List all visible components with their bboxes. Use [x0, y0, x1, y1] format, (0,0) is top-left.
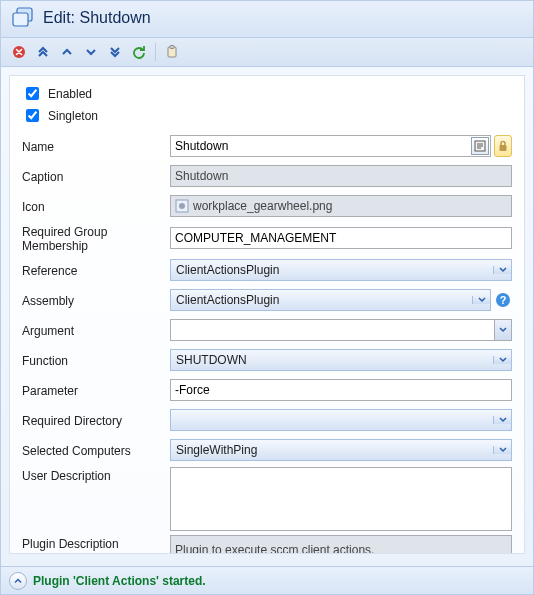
- enabled-checkbox[interactable]: [26, 87, 39, 100]
- close-button[interactable]: [9, 42, 29, 62]
- user-description-label: User Description: [22, 467, 164, 483]
- chevron-down-icon: [84, 45, 98, 59]
- selected-computers-value: SingleWithPing: [171, 443, 493, 457]
- chevron-down-icon: [493, 266, 511, 274]
- parameter-label: Parameter: [22, 382, 164, 398]
- window-stack-icon: [11, 7, 35, 29]
- double-chevron-down-icon: [108, 45, 122, 59]
- caption-label: Caption: [22, 168, 164, 184]
- selected-computers-label: Selected Computers: [22, 442, 164, 458]
- assembly-help-button[interactable]: ?: [494, 289, 512, 311]
- refresh-button[interactable]: [129, 42, 149, 62]
- required-group-input[interactable]: [170, 227, 512, 249]
- name-picker-button[interactable]: [471, 137, 489, 155]
- move-top-button[interactable]: [33, 42, 53, 62]
- name-label: Name: [22, 138, 164, 154]
- caption-field: Shutdown: [170, 165, 512, 187]
- enabled-row: Enabled: [22, 84, 512, 103]
- svg-rect-4: [170, 46, 174, 49]
- form-panel: Enabled Singleton Name: [9, 75, 525, 554]
- plugin-description-field: Plugin to execute sccm client actions. V…: [170, 535, 512, 554]
- plugin-description-label: Plugin Description: [22, 535, 164, 551]
- chevron-down-icon: [493, 446, 511, 454]
- function-dropdown[interactable]: SHUTDOWN: [170, 349, 512, 371]
- icon-label: Icon: [22, 198, 164, 214]
- argument-label: Argument: [22, 322, 164, 338]
- toolbar: [1, 38, 533, 67]
- assembly-label: Assembly: [22, 292, 164, 308]
- selected-computers-dropdown[interactable]: SingleWithPing: [170, 439, 512, 461]
- close-icon: [12, 45, 26, 59]
- title-bar: Edit: Shutdown: [1, 1, 533, 38]
- argument-dropdown-button[interactable]: [494, 319, 512, 341]
- move-up-button[interactable]: [57, 42, 77, 62]
- status-text: Plugin 'Client Actions' started.: [33, 574, 206, 588]
- script-icon: [474, 140, 486, 152]
- chevron-up-icon: [13, 576, 23, 586]
- singleton-checkbox[interactable]: [26, 109, 39, 122]
- svg-point-8: [179, 203, 185, 209]
- required-group-label: Required Group Membership: [22, 223, 164, 253]
- move-down-button[interactable]: [81, 42, 101, 62]
- chevron-up-icon: [60, 45, 74, 59]
- gear-file-icon: [175, 199, 189, 213]
- name-input[interactable]: [170, 135, 491, 157]
- required-directory-label: Required Directory: [22, 412, 164, 428]
- help-icon: ?: [495, 292, 511, 308]
- expand-status-button[interactable]: [9, 572, 27, 590]
- double-chevron-up-icon: [36, 45, 50, 59]
- function-value: SHUTDOWN: [171, 353, 493, 367]
- name-lock-button[interactable]: [494, 135, 512, 157]
- svg-rect-6: [500, 145, 507, 151]
- argument-input[interactable]: [170, 319, 494, 341]
- status-bar: Plugin 'Client Actions' started.: [1, 566, 533, 594]
- singleton-row: Singleton: [22, 106, 512, 125]
- assembly-dropdown[interactable]: ClientActionsPlugin: [170, 289, 491, 311]
- icon-filename: workplace_gearwheel.png: [193, 199, 332, 213]
- required-directory-dropdown[interactable]: [170, 409, 512, 431]
- chevron-down-icon: [493, 356, 511, 364]
- icon-field[interactable]: workplace_gearwheel.png: [170, 195, 512, 217]
- clipboard-button[interactable]: [162, 42, 182, 62]
- reference-value: ClientActionsPlugin: [171, 263, 493, 277]
- chevron-down-icon: [499, 326, 507, 334]
- assembly-value: ClientActionsPlugin: [171, 293, 472, 307]
- chevron-down-icon: [493, 416, 511, 424]
- lock-icon: [497, 140, 509, 152]
- reference-label: Reference: [22, 262, 164, 278]
- reference-dropdown[interactable]: ClientActionsPlugin: [170, 259, 512, 281]
- chevron-down-icon: [472, 296, 490, 304]
- toolbar-separator: [155, 43, 156, 61]
- parameter-input[interactable]: [170, 379, 512, 401]
- user-description-input[interactable]: [170, 467, 512, 531]
- refresh-icon: [132, 45, 146, 59]
- move-bottom-button[interactable]: [105, 42, 125, 62]
- window: Edit: Shutdown: [0, 0, 534, 595]
- function-label: Function: [22, 352, 164, 368]
- singleton-label: Singleton: [48, 109, 98, 123]
- enabled-label: Enabled: [48, 87, 92, 101]
- svg-rect-1: [13, 13, 28, 26]
- clipboard-icon: [165, 45, 179, 59]
- window-title: Edit: Shutdown: [43, 9, 151, 27]
- svg-text:?: ?: [500, 294, 507, 306]
